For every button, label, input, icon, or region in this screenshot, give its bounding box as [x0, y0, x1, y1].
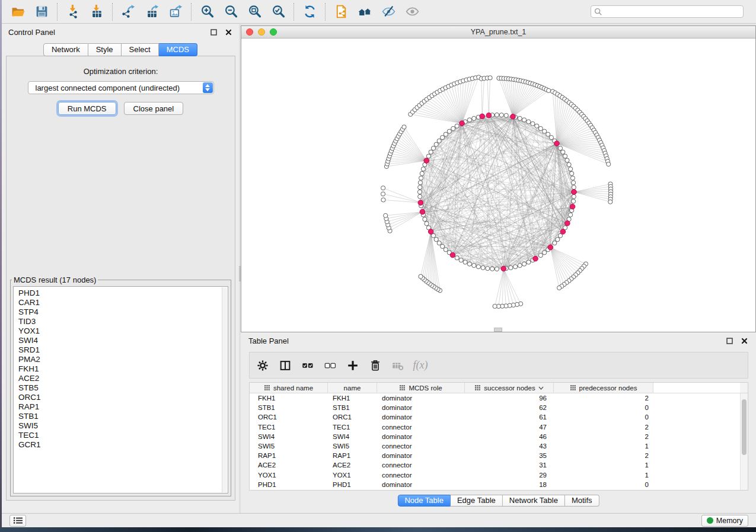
network-node[interactable] — [493, 304, 497, 308]
network-node[interactable] — [569, 213, 573, 217]
network-node[interactable] — [467, 118, 471, 122]
tab-motifs[interactable]: Motifs — [565, 495, 599, 507]
mcds-node[interactable] — [572, 190, 577, 195]
network-node[interactable] — [495, 267, 499, 271]
column-header-successor-nodes[interactable]: successor nodes — [465, 383, 554, 393]
mcds-node[interactable] — [428, 229, 433, 235]
network-node[interactable] — [447, 129, 451, 133]
mcds-result-node[interactable]: ACE2 — [18, 374, 228, 383]
network-node[interactable] — [538, 126, 543, 130]
mcds-result-list[interactable]: PHD1CAR1STP4TID3YOX1SWI4SRD1PMA2FKH1ACE2… — [13, 286, 228, 493]
table-row[interactable]: TEC1TEC1connector472 — [250, 422, 740, 432]
network-node[interactable] — [572, 185, 576, 190]
mcds-node[interactable] — [501, 266, 506, 271]
show-hidden-button[interactable] — [400, 2, 424, 22]
mcds-node[interactable] — [565, 221, 570, 226]
network-node[interactable] — [444, 248, 448, 252]
table-row[interactable]: ORC1ORC1dominator610 — [250, 412, 740, 422]
network-node[interactable] — [431, 146, 435, 150]
mcds-node[interactable] — [548, 245, 553, 250]
network-node[interactable] — [455, 256, 459, 260]
network-node[interactable] — [565, 158, 569, 162]
network-node[interactable] — [608, 200, 613, 204]
network-node[interactable] — [418, 181, 422, 185]
table-row[interactable]: SWI4SWI4dominator462 — [250, 432, 740, 441]
network-node[interactable] — [425, 222, 429, 226]
network-node[interactable] — [518, 116, 522, 120]
mcds-node[interactable] — [554, 141, 560, 146]
network-node[interactable] — [531, 121, 535, 126]
table-row[interactable]: ACE2ACE2connector311 — [250, 460, 740, 470]
run-mcds-button[interactable]: Run MCDS — [58, 102, 116, 115]
mcds-result-node[interactable]: SWI5 — [18, 421, 228, 431]
mcds-result-node[interactable]: SRD1 — [18, 345, 228, 355]
network-node[interactable] — [451, 126, 455, 130]
save-session-button[interactable] — [30, 2, 53, 22]
network-canvas[interactable] — [241, 39, 755, 332]
memory-button[interactable]: Memory — [701, 515, 748, 527]
table-row[interactable]: FKH1FKH1dominator962 — [250, 393, 740, 403]
column-header-name[interactable]: name — [328, 383, 377, 393]
tab-node-table[interactable]: Node Table — [397, 495, 451, 507]
network-node[interactable] — [417, 190, 422, 194]
tab-network[interactable]: Network — [43, 43, 88, 56]
mcds-result-node[interactable]: STB1 — [18, 412, 228, 421]
network-node[interactable] — [572, 199, 576, 203]
mcds-result-node[interactable]: GCR1 — [18, 440, 228, 450]
network-overview-button[interactable] — [353, 2, 377, 22]
network-node[interactable] — [509, 265, 513, 270]
search-input[interactable] — [602, 7, 743, 17]
network-node[interactable] — [426, 154, 430, 158]
network-node[interactable] — [437, 241, 441, 245]
mcds-result-node[interactable]: STP4 — [18, 307, 228, 317]
network-node[interactable] — [556, 238, 560, 242]
network-node[interactable] — [572, 181, 576, 185]
mcds-result-node[interactable]: CAR1 — [18, 298, 228, 307]
table-row[interactable]: STB1STB1dominator620 — [250, 403, 740, 412]
mcds-node[interactable] — [450, 252, 455, 258]
mcds-node[interactable] — [460, 121, 465, 126]
zoom-out-button[interactable] — [219, 2, 243, 22]
mcds-node[interactable] — [418, 200, 423, 206]
network-node[interactable] — [459, 258, 463, 262]
network-node[interactable] — [486, 267, 490, 271]
zoom-in-button[interactable] — [195, 2, 219, 22]
refresh-view-button[interactable] — [298, 2, 321, 22]
network-node[interactable] — [381, 186, 385, 190]
mcds-result-node[interactable]: TEC1 — [18, 431, 228, 440]
network-node[interactable] — [527, 260, 531, 264]
table-row[interactable]: YOX1YOX1connector291 — [250, 470, 740, 480]
network-node[interactable] — [547, 88, 551, 92]
network-node[interactable] — [418, 185, 422, 190]
network-node[interactable] — [543, 129, 547, 133]
column-header-MCDS-role[interactable]: MCDS role — [377, 383, 465, 393]
table-scrollbar[interactable] — [740, 393, 748, 490]
network-node[interactable] — [381, 198, 385, 202]
mcds-result-node[interactable]: YOX1 — [18, 326, 228, 336]
tab-edge-table[interactable]: Edge Table — [451, 495, 503, 507]
mcds-result-node[interactable]: FKH1 — [18, 364, 228, 374]
tab-select[interactable]: Select — [122, 43, 159, 56]
network-node[interactable] — [522, 262, 527, 266]
table-row[interactable]: SWI5SWI5connector431 — [250, 441, 740, 451]
network-node[interactable] — [538, 253, 543, 257]
network-node[interactable] — [421, 167, 425, 171]
add-button[interactable] — [345, 358, 361, 373]
toggle-columns-button[interactable] — [277, 358, 293, 373]
mcds-node[interactable] — [480, 114, 485, 119]
network-node[interactable] — [522, 118, 527, 122]
tab-style[interactable]: Style — [88, 43, 122, 56]
network-node[interactable] — [472, 116, 476, 120]
table-panel-close-icon[interactable] — [740, 336, 748, 345]
network-node[interactable] — [463, 260, 467, 264]
network-node[interactable] — [518, 264, 522, 268]
network-node[interactable] — [420, 171, 424, 175]
close-mcds-panel-button[interactable]: Close panel — [124, 102, 184, 115]
network-node[interactable] — [381, 192, 385, 196]
network-node[interactable] — [423, 217, 427, 222]
network-node[interactable] — [434, 142, 438, 146]
select-all-button[interactable] — [300, 358, 315, 373]
zoom-fit-button[interactable] — [243, 2, 266, 22]
network-node[interactable] — [402, 125, 406, 129]
network-graph[interactable] — [241, 39, 755, 332]
